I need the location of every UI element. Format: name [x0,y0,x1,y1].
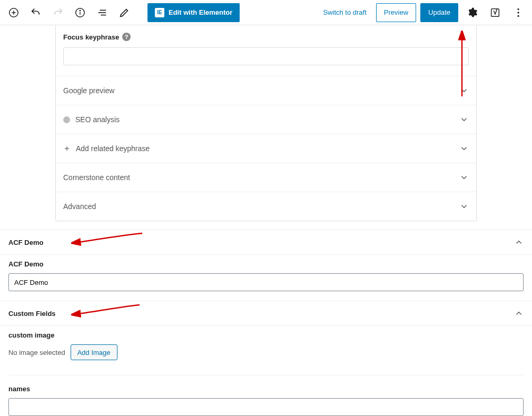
names-label: names [8,375,524,398]
advanced-label: Advanced [63,202,96,211]
help-icon[interactable]: ? [122,33,131,41]
svg-point-12 [517,15,519,16]
google-preview-row[interactable]: Google preview [56,76,476,105]
edit-mode-button[interactable] [115,3,134,22]
redo-button[interactable] [48,3,67,22]
settings-button[interactable] [462,3,481,22]
custom-fields-body: custom image No image selected Add Image… [0,325,532,416]
yoast-button[interactable] [486,3,505,22]
chevron-up-icon [514,309,524,318]
add-related-keyphrase-row[interactable]: Add related keyphrase [56,134,476,163]
editor-main: Focus keyphrase ? Google preview SEO ana… [0,25,532,416]
custom-fields-title: Custom Fields [8,310,56,318]
yoast-seo-panel: Focus keyphrase ? Google preview SEO ana… [55,25,477,221]
undo-button[interactable] [26,3,45,22]
elementor-icon: IE [155,8,164,17]
spacer [8,360,524,372]
acf-demo-header[interactable]: ACF Demo [0,230,532,254]
update-button[interactable]: Update [420,3,458,22]
custom-image-row: No image selected Add Image [8,344,524,360]
status-dot-icon [63,116,70,123]
focus-keyphrase-label-row: Focus keyphrase ? [63,33,469,41]
custom-fields-metabox: Custom Fields custom image No image sele… [0,301,532,416]
chevron-down-icon [459,202,469,211]
focus-keyphrase-label: Focus keyphrase [63,33,119,41]
names-input[interactable] [8,398,524,416]
add-image-button[interactable]: Add Image [71,344,117,360]
switch-to-draft-button[interactable]: Switch to draft [318,4,371,21]
cornerstone-content-label: Cornerstone content [63,173,130,182]
add-related-keyphrase-label: Add related keyphrase [76,144,150,153]
elementor-button-label: Edit with Elementor [169,8,232,16]
add-block-button[interactable] [4,3,23,22]
focus-keyphrase-input[interactable] [63,47,469,65]
svg-point-5 [80,10,80,11]
focus-keyphrase-section: Focus keyphrase ? [56,25,476,76]
google-preview-label: Google preview [63,86,114,95]
cornerstone-content-row[interactable]: Cornerstone content [56,163,476,192]
no-image-text: No image selected [8,349,65,356]
chevron-down-icon [459,86,469,95]
outline-button[interactable] [93,3,112,22]
acf-demo-title: ACF Demo [8,239,43,246]
custom-fields-header[interactable]: Custom Fields [0,301,532,325]
preview-button[interactable]: Preview [376,3,416,22]
editor-top-toolbar: IE Edit with Elementor Switch to draft P… [0,0,532,25]
custom-image-label: custom image [8,326,524,344]
acf-demo-metabox: ACF Demo ACF Demo [0,230,532,301]
seo-analysis-label: SEO analysis [75,115,120,124]
acf-demo-field-label: ACF Demo [8,255,524,273]
chevron-up-icon [514,237,524,247]
svg-point-11 [517,12,519,13]
chevron-down-icon [459,173,469,182]
chevron-down-icon [459,115,469,124]
toolbar-right-group: Switch to draft Preview Update [318,3,528,22]
info-button[interactable] [71,3,90,22]
plus-icon [63,145,71,152]
more-options-button[interactable] [509,3,528,22]
svg-point-10 [517,8,519,9]
acf-demo-body: ACF Demo [0,254,532,301]
seo-analysis-row[interactable]: SEO analysis [56,105,476,134]
acf-demo-field-input[interactable] [8,273,524,291]
chevron-down-icon [459,144,469,153]
advanced-row[interactable]: Advanced [56,192,476,221]
edit-with-elementor-button[interactable]: IE Edit with Elementor [147,3,240,22]
svg-rect-9 [491,8,499,16]
